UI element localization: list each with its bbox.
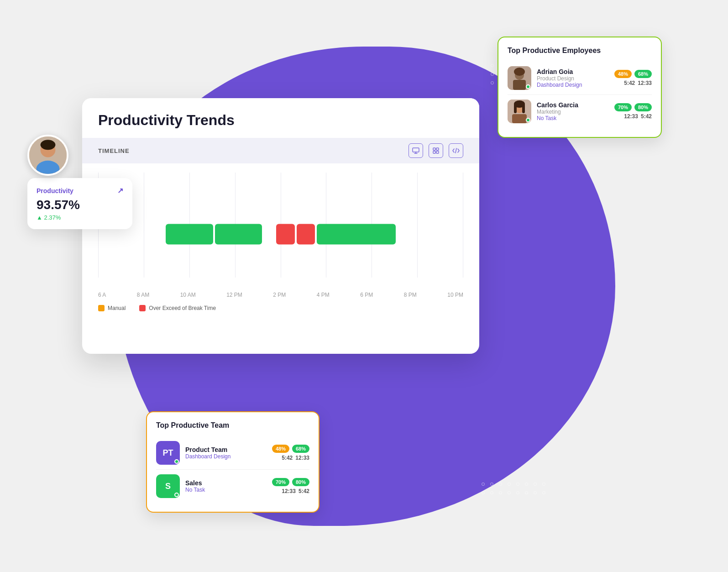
svg-rect-20 [514,104,517,113]
team-card-title: Top Productive Team [156,421,309,430]
legend-manual: Manual [98,305,126,311]
employee-avatar-2 [508,100,531,123]
legend-row: Manual Over Exceed of Break Time [82,305,479,318]
page-title: Productivity Trends [98,112,463,129]
time-label-6a: 6 A [98,292,106,298]
gantt-bar-green-1 [166,224,213,245]
team-stat-badge-1a: 48% [272,445,289,453]
employee-row-1: Adrian Goia Product Design Dashboard Des… [508,62,652,94]
online-indicator-2 [526,118,530,122]
employee-row-2: Carlos Garcia Marketing No Task 70% 80% … [508,94,652,128]
gantt-bar-red-1 [276,224,294,245]
stat-times-2: 12:33 5:42 [624,113,652,120]
timeline-icon-group [409,143,463,158]
team-stat-time-2a: 12:33 [282,488,296,494]
team-info-1: Product Team Dashboard Design [185,446,267,460]
gantt-bar-red-2 [297,224,315,245]
productivity-card: Productivity ↗ 93.57% ▲ 2.37% [27,178,132,229]
gantt-bar-row [98,224,463,245]
stat-times-1: 5:42 12:33 [624,80,652,86]
card-header: Productivity Trends [82,98,479,138]
svg-rect-14 [513,80,526,90]
svg-line-7 [456,148,456,153]
team-stat-times-2: 12:33 5:42 [282,488,309,494]
stat-badge-2b: 80% [634,103,652,111]
productivity-number: 93.57 [37,198,68,212]
svg-rect-18 [512,114,527,123]
employee-dept-1: Product Design [537,75,609,82]
employee-task-2: No Task [537,115,609,121]
team-task-1: Dashboard Design [185,453,267,460]
svg-rect-4 [436,148,439,150]
stat-time-2b: 5:42 [641,113,652,120]
legend-label-break: Over Exceed of Break Time [149,305,216,311]
gantt-spacer-3 [398,224,463,245]
employee-dept-2: Marketing [537,109,609,115]
gantt-spacer-2 [264,224,274,245]
avatar [27,135,68,176]
stat-pair-2a: 70% 80% [614,103,652,111]
main-dashboard-card: Productivity Trends TIMELINE [82,98,479,354]
legend-dot-manual [98,305,105,311]
stat-pair-1a: 48% 68% [614,70,652,78]
code-icon[interactable] [449,143,463,158]
team-avatar-1: PT [156,441,180,465]
svg-rect-6 [436,151,439,153]
svg-rect-21 [522,104,525,113]
time-label-8am: 8 AM [137,292,149,298]
timeline-label: TIMELINE [98,147,130,154]
stat-badge-1b: 68% [634,70,652,78]
legend-dot-break [139,305,146,311]
team-row-1: PT Product Team Dashboard Design 48% 68%… [156,436,309,469]
time-labels: 6 A 8 AM 10 AM 12 PM 2 PM 4 PM 6 PM 8 PM… [98,292,463,298]
team-initials-1: PT [162,448,173,458]
trend-icon: ↗ [117,186,123,195]
time-label-4pm: 4 PM [317,292,330,298]
chart-area: 6 A 8 AM 10 AM 12 PM 2 PM 4 PM 6 PM 8 PM… [82,163,479,305]
time-label-2pm: 2 PM [273,292,286,298]
team-initials-2: S [165,482,171,491]
team-online-2 [174,493,179,497]
time-label-12pm: 12 PM [226,292,242,298]
team-stats-2: 70% 80% 12:33 5:42 [272,478,309,494]
productivity-text: Productivity [37,187,73,194]
time-label-10pm: 10 PM [447,292,463,298]
stat-badge-2a: 70% [614,103,632,111]
team-stat-pair-1a: 48% 68% [272,445,309,453]
productivity-change: ▲ 2.37% [37,214,123,221]
gantt-bar-green-2 [215,224,262,245]
team-stat-badge-2b: 80% [292,478,309,486]
time-label-8pm: 8 PM [404,292,417,298]
online-indicator-1 [526,84,530,89]
team-row-2: S Sales No Task 70% 80% 12:33 5:42 [156,469,309,503]
team-stat-time-1b: 12:33 [295,455,309,461]
svg-rect-3 [433,148,435,150]
stat-badge-1a: 48% [614,70,632,78]
team-stat-pair-2a: 70% 80% [272,478,309,486]
productivity-label: Productivity ↗ [37,186,123,195]
team-stat-times-1: 5:42 12:33 [282,455,309,461]
svg-point-11 [41,140,56,150]
employee-stats-1: 48% 68% 5:42 12:33 [614,70,652,86]
employees-card-title: Top Productive Employees [508,47,652,55]
team-stat-time-1a: 5:42 [282,455,293,461]
team-online-1 [174,459,179,464]
grid-icon[interactable] [429,143,443,158]
timeline-bar: TIMELINE [82,138,479,163]
svg-rect-5 [433,151,435,153]
stat-time-1a: 5:42 [624,80,635,86]
employee-task-1: Dashboard Design [537,82,609,88]
team-avatar-2: S [156,474,180,498]
time-label-6pm: 6 PM [360,292,373,298]
gantt-bar-green-3 [317,224,396,245]
team-stat-time-2b: 5:42 [299,488,309,494]
team-stats-1: 48% 68% 5:42 12:33 [272,445,309,461]
legend-break: Over Exceed of Break Time [139,305,216,311]
team-stat-badge-2a: 70% [272,478,289,486]
team-card: Top Productive Team PT Product Team Dash… [146,411,319,513]
productivity-value: 93.57% [37,198,123,212]
monitor-icon[interactable] [409,143,423,158]
svg-rect-0 [413,148,419,152]
stat-time-1b: 12:33 [638,80,652,86]
team-info-2: Sales No Task [185,479,267,493]
